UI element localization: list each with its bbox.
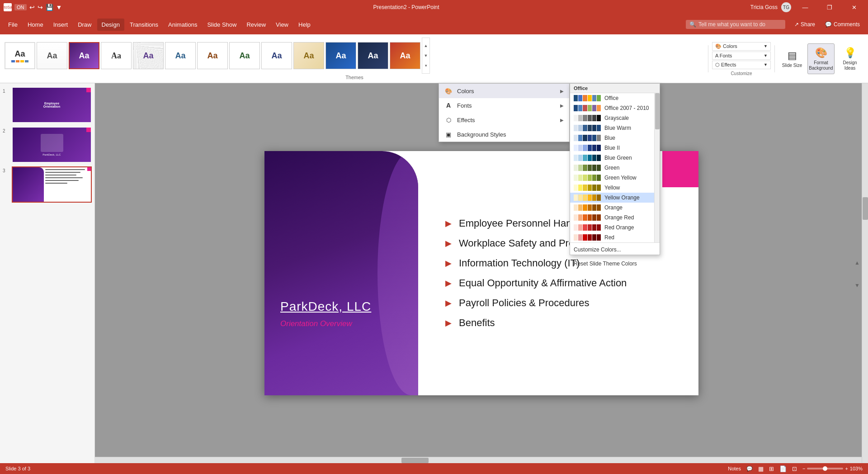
comments-status-button[interactable]: 💬 [746, 466, 753, 472]
design-menu-fonts[interactable]: A Fonts ▶ [439, 98, 569, 113]
zoom-minus[interactable]: − [802, 466, 805, 471]
search-input[interactable] [698, 21, 780, 28]
slide-preview-3[interactable] [12, 166, 92, 203]
autosave-icon: AutoSave [4, 3, 12, 11]
color-item-office[interactable]: Office [570, 93, 660, 103]
notes-button[interactable]: Notes [728, 466, 741, 471]
color-item-blue2[interactable]: Blue II [570, 143, 660, 153]
design-menu-effects[interactable]: ⬡ Effects ▶ [439, 113, 569, 127]
bullet-4[interactable]: ▶ Equal Opportunity & Affirmative Action [445, 277, 671, 289]
theme-office[interactable]: Aa [5, 42, 35, 69]
normal-view-icon[interactable]: ▦ [758, 465, 764, 472]
color-item-green[interactable]: Green [570, 163, 660, 173]
undo-icon[interactable]: ↩ [29, 4, 35, 11]
theme-6[interactable]: Aa [165, 42, 196, 69]
colors-flyout-footer: Customize Colors... Reset Slide Theme Co… [570, 242, 660, 273]
slideshow-view-icon[interactable]: ⊡ [792, 465, 797, 472]
zoom-slider[interactable] [807, 468, 843, 469]
theme-5[interactable]: Aa [133, 42, 164, 69]
zoom-slider-thumb[interactable] [823, 466, 827, 471]
menu-draw[interactable]: Draw [73, 19, 96, 31]
slide-size-button[interactable]: ▤ Slide Size [778, 43, 806, 74]
theme-13[interactable]: Aa [390, 42, 420, 69]
color-item-red-orange[interactable]: Red Orange [570, 223, 660, 232]
redo-icon[interactable]: ↪ [38, 4, 43, 11]
editor-scrollbar-thumb[interactable] [863, 197, 868, 220]
comments-button[interactable]: 💬 Comments [821, 19, 864, 30]
zoom-plus[interactable]: + [845, 466, 848, 471]
menu-help[interactable]: Help [294, 19, 315, 31]
color-item-grayscale[interactable]: Grayscale [570, 113, 660, 123]
customize-section: 🎨 Colors▼ A Fonts▼ ⬡ Effects▼ Customize [712, 42, 771, 76]
color-item-red[interactable]: Red [570, 232, 660, 242]
theme-12[interactable]: Aa [358, 42, 388, 69]
editor-hscrollbar[interactable] [95, 457, 862, 463]
menu-design[interactable]: Design [97, 19, 124, 31]
editor-hscrollbar-thumb[interactable] [401, 458, 429, 463]
menu-insert[interactable]: Insert [49, 19, 73, 31]
theme-11[interactable]: Aa [326, 42, 356, 69]
slide-sorter-icon[interactable]: ⊞ [769, 465, 774, 472]
design-menu-colors[interactable]: 🎨 Colors ▶ [439, 84, 569, 98]
menu-review[interactable]: Review [242, 19, 270, 31]
minimize-button[interactable]: — [795, 0, 816, 14]
theme-8[interactable]: Aa [229, 42, 260, 69]
menu-animations[interactable]: Animations [164, 19, 202, 31]
slide1-title: EmployeeOrientation [43, 102, 60, 108]
theme-4[interactable]: Aa [101, 42, 132, 69]
footer-spacer [574, 269, 656, 271]
theme-3[interactable]: Aa [69, 42, 99, 69]
slide-thumbnail-2[interactable]: 2 ParkDeck, LLC [3, 127, 92, 163]
zoom-control[interactable]: − + 103% [802, 466, 863, 471]
color-item-blue[interactable]: Blue [570, 133, 660, 143]
menu-view[interactable]: View [271, 19, 293, 31]
orientation-subtitle[interactable]: Orientation Overview [280, 319, 352, 328]
colors-button[interactable]: 🎨 Colors▼ [712, 42, 771, 51]
format-background-button[interactable]: 🎨 Format Background [807, 43, 835, 74]
blue2-swatch [574, 145, 601, 151]
company-name[interactable]: ParkDeck, LLC [280, 299, 371, 314]
theme-10[interactable]: Aa [293, 42, 324, 69]
color-item-office2007[interactable]: Office 2007 - 2010 [570, 103, 660, 113]
color-item-blue-warm[interactable]: Blue Warm [570, 123, 660, 133]
design-ideas-button[interactable]: 💡 Design Ideas [836, 43, 863, 74]
bullet-line-6 [45, 183, 67, 184]
more-icon[interactable]: ▼ [56, 4, 62, 11]
reading-view-icon[interactable]: 📄 [779, 465, 787, 472]
slide-thumbnail-3[interactable]: 3 [3, 166, 92, 203]
user-avatar[interactable]: TG [781, 2, 791, 12]
themes-more-button[interactable]: ▲ ▼ ▾ [422, 38, 430, 74]
color-item-orange[interactable]: Orange [570, 203, 660, 213]
menu-transitions[interactable]: Transitions [125, 19, 163, 31]
menu-slideshow[interactable]: Slide Show [203, 19, 241, 31]
slide-preview-2[interactable]: ParkDeck, LLC [12, 127, 92, 163]
bullet-6[interactable]: ▶ Benefits [445, 317, 671, 329]
editor-scrollbar[interactable] [862, 83, 868, 463]
theme-9[interactable]: Aa [261, 42, 292, 69]
fonts-button[interactable]: A Fonts▼ [712, 52, 771, 60]
customize-colors-button[interactable]: Customize Colors... [574, 245, 656, 255]
bullet-5[interactable]: ▶ Payroll Policies & Procedures [445, 297, 671, 309]
color-item-green-yellow[interactable]: Green Yellow [570, 173, 660, 183]
slide-nav-down[interactable]: ▼ [854, 282, 860, 289]
close-button[interactable]: ✕ [844, 0, 864, 14]
reset-colors-button[interactable]: Reset Slide Theme Colors [574, 259, 656, 269]
color-item-orange-red[interactable]: Orange Red [570, 213, 660, 223]
save-icon[interactable]: 💾 [46, 4, 53, 11]
slide-thumbnail-1[interactable]: 1 EmployeeOrientation [3, 87, 92, 123]
theme-2[interactable]: Aa [37, 42, 67, 69]
colors-list-scrollbar[interactable] [654, 93, 660, 242]
menu-home[interactable]: Home [23, 19, 48, 31]
colors-scrollbar-thumb[interactable] [655, 93, 660, 129]
color-item-yellow[interactable]: Yellow [570, 183, 660, 193]
theme-7[interactable]: Aa [197, 42, 228, 69]
design-menu-background[interactable]: ▣ Background Styles [439, 127, 569, 142]
menu-file[interactable]: File [4, 19, 22, 31]
slide-preview-1[interactable]: EmployeeOrientation [12, 87, 92, 123]
effects-button[interactable]: ⬡ Effects▼ [712, 61, 771, 69]
share-button[interactable]: ↗ Share [790, 19, 820, 30]
restore-button[interactable]: ❐ [819, 0, 840, 14]
color-item-blue-green[interactable]: Blue Green [570, 153, 660, 163]
color-item-yellow-orange[interactable]: Yellow Orange [570, 193, 660, 203]
slide-nav-up[interactable]: ▲ [854, 260, 860, 266]
